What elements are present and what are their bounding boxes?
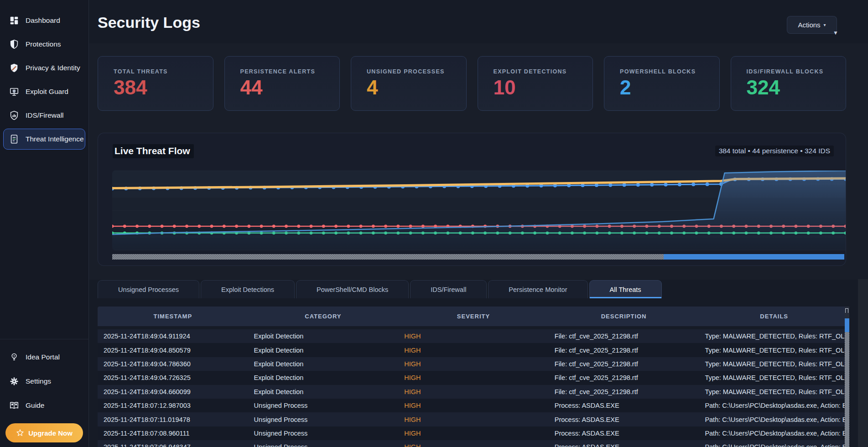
cell-description: Process: ASDAS.EXE [549, 443, 699, 447]
ids-firewall-shield-icon [9, 110, 19, 120]
exploit-guard-monitor-icon [9, 87, 19, 97]
dashboard-icon [9, 16, 19, 26]
table-row[interactable]: 2025-11-24T18:07:08.960111 Unsigned Proc… [98, 426, 849, 440]
main-content: Security Logs Actions ▾ ▼ TOTAL THREATS … [89, 0, 868, 447]
stat-label: UNSIGNED PROCESSES [367, 68, 466, 75]
cell-timestamp: 2025-11-24T18:07:06.948347 [98, 443, 248, 447]
stat-value: 10 [494, 78, 593, 98]
table-row[interactable]: 2025-11-24T18:49:04.850579 Exploit Detec… [98, 343, 849, 357]
log-tab[interactable]: Persistence Monitor [488, 280, 587, 298]
cell-description: File: ctf_cve_2025_21298.rtf [549, 374, 699, 381]
sidebar-nav-label: IDS/Firewall [26, 111, 64, 120]
chart-summary: 384 total • 44 persistence • 324 IDS [715, 146, 834, 156]
table-body: 2025-11-24T18:49:04.911924 Exploit Detec… [98, 329, 849, 447]
threat-flow-chart [112, 171, 846, 250]
threat-log-table: TIMESTAMPCATEGORYSEVERITYDESCRIPTIONDETA… [98, 307, 849, 447]
log-tab-label: IDS/Firewall [431, 286, 466, 293]
settings-gear-icon [9, 376, 19, 386]
cell-timestamp: 2025-11-24T18:49:04.726325 [98, 374, 248, 381]
stat-label: TOTAL THREATS [114, 68, 213, 75]
cell-description: File: ctf_cve_2025_21298.rtf [549, 347, 699, 354]
actions-button[interactable]: Actions ▾ ▼ [787, 16, 837, 34]
cell-severity: HIGH [398, 333, 549, 340]
log-tab[interactable]: Unsigned Processes [98, 280, 199, 298]
cell-category: Unsigned Process [248, 402, 399, 409]
table-header-cell: DETAILS [699, 313, 849, 320]
stats-row: TOTAL THREATS 384 PERSISTENCE ALERTS 44 … [98, 56, 846, 111]
sidebar-nav-item[interactable]: Exploit Guard [3, 81, 85, 102]
live-threat-flow-card: Live Threat Flow 384 total • 44 persiste… [98, 133, 846, 266]
stat-card: IDS/FIREWALL BLOCKS 324 [731, 56, 847, 111]
chart-horizontal-scrollbar[interactable] [112, 254, 844, 260]
sidebar: Dashboard Protections Privacy & Identity… [0, 0, 89, 447]
table-header-cell: TIMESTAMP [98, 313, 248, 320]
chart-scrollbar-thumb[interactable] [664, 254, 844, 260]
sidebar-nav-item[interactable]: Threat Intelligence [3, 129, 85, 150]
sidebar-footer-label: Guide [26, 401, 44, 410]
upgrade-now-label: Upgrade Now [28, 429, 73, 437]
cell-severity: HIGH [398, 430, 549, 437]
stat-label: POWERSHELL BLOCKS [620, 68, 719, 75]
cell-details: Type: MALWARE_DETECTED, Rules: RTF_OLE_E… [699, 360, 849, 368]
idea-lightbulb-icon [9, 352, 19, 362]
table-scrollbar-top-cap [845, 308, 848, 313]
cell-description: Process: ASDAS.EXE [549, 402, 699, 409]
cell-details: Path: C:\Users\PC\Desktop\asdas.exe, Act… [699, 402, 849, 409]
table-scrollbar-thumb[interactable] [845, 318, 849, 332]
sidebar-footer-item[interactable]: Settings [3, 371, 85, 392]
log-tab[interactable]: All Threats [589, 280, 662, 298]
log-tab[interactable]: IDS/Firewall [410, 280, 487, 298]
cell-description: File: ctf_cve_2025_21298.rtf [549, 388, 699, 395]
cell-details: Type: MALWARE_DETECTED, Rules: RTF_OLE_E… [699, 333, 849, 340]
sidebar-footer-item[interactable]: Guide [3, 395, 85, 416]
cell-timestamp: 2025-11-24T18:49:04.786360 [98, 360, 248, 368]
sidebar-nav-item[interactable]: Protections [3, 34, 85, 55]
sidebar-nav-label: Exploit Guard [26, 88, 68, 96]
table-row[interactable]: 2025-11-24T18:07:11.019478 Unsigned Proc… [98, 412, 849, 426]
log-tab[interactable]: Exploit Detections [201, 280, 295, 298]
stat-value: 2 [620, 78, 719, 98]
cell-details: Path: C:\Users\PC\Desktop\asdas.exe, Act… [699, 443, 849, 447]
table-row[interactable]: 2025-11-24T18:49:04.660099 Exploit Detec… [98, 385, 849, 399]
sidebar-nav-item[interactable]: IDS/Firewall [3, 105, 85, 126]
cell-timestamp: 2025-11-24T18:07:12.987003 [98, 402, 248, 409]
cell-severity: HIGH [398, 347, 549, 354]
table-row[interactable]: 2025-11-24T18:07:12.987003 Unsigned Proc… [98, 399, 849, 412]
table-scrollbar-track[interactable] [845, 332, 849, 447]
cell-details: Type: MALWARE_DETECTED, Rules: RTF_OLE_E… [699, 388, 849, 395]
table-vertical-scrollbar[interactable] [845, 307, 849, 447]
stat-card: PERSISTENCE ALERTS 44 [224, 56, 340, 111]
cell-severity: HIGH [398, 416, 549, 423]
log-tab[interactable]: PowerShell/CMD Blocks [296, 280, 409, 298]
actions-button-label: Actions [798, 21, 820, 29]
log-tab-label: Exploit Detections [221, 286, 274, 293]
stat-card: TOTAL THREATS 384 [98, 56, 213, 111]
table-row[interactable]: 2025-11-24T18:07:06.948347 Unsigned Proc… [98, 440, 849, 447]
upgrade-now-button[interactable]: Upgrade Now [5, 423, 83, 442]
sidebar-nav-item[interactable]: Dashboard [3, 10, 85, 31]
table-row[interactable]: 2025-11-24T18:49:04.911924 Exploit Detec… [98, 329, 849, 343]
stat-label: EXPLOIT DETECTIONS [494, 68, 593, 75]
cell-description: File: ctf_cve_2025_21298.rtf [549, 360, 699, 368]
window-scrollbar-track[interactable] [858, 279, 868, 447]
table-header-row: TIMESTAMPCATEGORYSEVERITYDESCRIPTIONDETA… [98, 307, 849, 326]
cell-severity: HIGH [398, 388, 549, 395]
cell-category: Unsigned Process [248, 443, 399, 447]
sidebar-nav: Dashboard Protections Privacy & Identity… [0, 10, 88, 150]
log-tab-label: All Threats [610, 286, 641, 293]
sidebar-nav-item[interactable]: Privacy & Identity [3, 57, 85, 78]
cell-details: Type: MALWARE_DETECTED, Rules: RTF_OLE_E… [699, 374, 849, 381]
sidebar-footer-item[interactable]: Idea Portal [3, 347, 85, 368]
stat-label: IDS/FIREWALL BLOCKS [747, 68, 846, 75]
chevron-down-icon: ▾ [824, 22, 826, 27]
dropdown-corner-chevron-icon[interactable]: ▼ [833, 30, 838, 36]
table-row[interactable]: 2025-11-24T18:49:04.726325 Exploit Detec… [98, 371, 849, 385]
sidebar-nav-label: Privacy & Identity [26, 64, 80, 72]
cell-severity: HIGH [398, 360, 549, 368]
page-title: Security Logs [98, 14, 200, 31]
cell-timestamp: 2025-11-24T18:49:04.660099 [98, 388, 248, 395]
cell-category: Unsigned Process [248, 430, 399, 437]
table-row[interactable]: 2025-11-24T18:49:04.786360 Exploit Detec… [98, 357, 849, 371]
log-tabs: Unsigned Processes Exploit Detections Po… [98, 280, 662, 298]
table-header-cell: DESCRIPTION [549, 313, 699, 320]
